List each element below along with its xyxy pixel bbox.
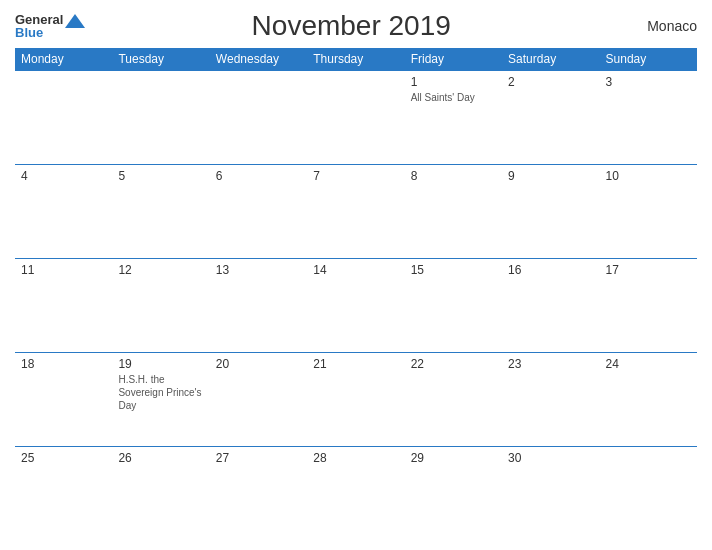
day-number: 5 <box>118 169 203 183</box>
calendar-cell: 7 <box>307 164 404 258</box>
calendar-cell: 1All Saints' Day <box>405 71 502 165</box>
calendar-cell: 5 <box>112 164 209 258</box>
day-number: 2 <box>508 75 593 89</box>
weekday-header: Thursday <box>307 48 404 71</box>
logo-triangle-icon <box>65 14 85 28</box>
day-number: 17 <box>606 263 691 277</box>
day-number: 4 <box>21 169 106 183</box>
weekday-header: Wednesday <box>210 48 307 71</box>
logo: General Blue <box>15 13 85 39</box>
calendar-cell: 9 <box>502 164 599 258</box>
calendar-cell: 12 <box>112 258 209 352</box>
day-number: 18 <box>21 357 106 371</box>
calendar-cell: 10 <box>600 164 697 258</box>
calendar-week-row: 11121314151617 <box>15 258 697 352</box>
weekday-header: Monday <box>15 48 112 71</box>
calendar-cell: 4 <box>15 164 112 258</box>
day-number: 19 <box>118 357 203 371</box>
weekday-header: Tuesday <box>112 48 209 71</box>
day-number: 8 <box>411 169 496 183</box>
calendar-cell: 27 <box>210 446 307 540</box>
day-number: 21 <box>313 357 398 371</box>
day-number: 20 <box>216 357 301 371</box>
day-number: 23 <box>508 357 593 371</box>
calendar-cell: 13 <box>210 258 307 352</box>
day-number: 12 <box>118 263 203 277</box>
holiday-label: H.S.H. the Sovereign Prince's Day <box>118 373 203 412</box>
country-label: Monaco <box>617 18 697 34</box>
calendar-cell: 11 <box>15 258 112 352</box>
calendar-title: November 2019 <box>85 10 617 42</box>
calendar-cell: 26 <box>112 446 209 540</box>
weekday-row: MondayTuesdayWednesdayThursdayFridaySatu… <box>15 48 697 71</box>
calendar-cell <box>210 71 307 165</box>
calendar-header: MondayTuesdayWednesdayThursdayFridaySatu… <box>15 48 697 71</box>
day-number: 27 <box>216 451 301 465</box>
weekday-header: Sunday <box>600 48 697 71</box>
page-header: General Blue November 2019 Monaco <box>15 10 697 42</box>
calendar-cell <box>15 71 112 165</box>
day-number: 30 <box>508 451 593 465</box>
calendar-cell: 22 <box>405 352 502 446</box>
weekday-header: Friday <box>405 48 502 71</box>
day-number: 22 <box>411 357 496 371</box>
calendar-cell <box>600 446 697 540</box>
calendar-cell: 15 <box>405 258 502 352</box>
calendar-week-row: 1All Saints' Day23 <box>15 71 697 165</box>
calendar-cell: 20 <box>210 352 307 446</box>
calendar-table: MondayTuesdayWednesdayThursdayFridaySatu… <box>15 48 697 540</box>
day-number: 1 <box>411 75 496 89</box>
day-number: 16 <box>508 263 593 277</box>
calendar-cell: 2 <box>502 71 599 165</box>
day-number: 11 <box>21 263 106 277</box>
day-number: 13 <box>216 263 301 277</box>
calendar-cell: 21 <box>307 352 404 446</box>
calendar-cell: 18 <box>15 352 112 446</box>
calendar-cell: 23 <box>502 352 599 446</box>
calendar-week-row: 1819H.S.H. the Sovereign Prince's Day202… <box>15 352 697 446</box>
calendar-cell: 30 <box>502 446 599 540</box>
calendar-cell: 19H.S.H. the Sovereign Prince's Day <box>112 352 209 446</box>
day-number: 24 <box>606 357 691 371</box>
calendar-cell: 28 <box>307 446 404 540</box>
day-number: 14 <box>313 263 398 277</box>
day-number: 15 <box>411 263 496 277</box>
day-number: 25 <box>21 451 106 465</box>
calendar-cell: 17 <box>600 258 697 352</box>
calendar-cell <box>307 71 404 165</box>
holiday-label: All Saints' Day <box>411 91 496 104</box>
calendar-cell: 16 <box>502 258 599 352</box>
day-number: 28 <box>313 451 398 465</box>
day-number: 7 <box>313 169 398 183</box>
calendar-cell: 25 <box>15 446 112 540</box>
calendar-cell: 14 <box>307 258 404 352</box>
calendar-body: 1All Saints' Day234567891011121314151617… <box>15 71 697 541</box>
day-number: 29 <box>411 451 496 465</box>
day-number: 26 <box>118 451 203 465</box>
calendar-cell: 24 <box>600 352 697 446</box>
calendar-cell: 6 <box>210 164 307 258</box>
calendar-cell <box>112 71 209 165</box>
day-number: 3 <box>606 75 691 89</box>
day-number: 10 <box>606 169 691 183</box>
weekday-header: Saturday <box>502 48 599 71</box>
calendar-cell: 29 <box>405 446 502 540</box>
day-number: 9 <box>508 169 593 183</box>
logo-blue-text: Blue <box>15 26 43 39</box>
calendar-week-row: 45678910 <box>15 164 697 258</box>
calendar-week-row: 252627282930 <box>15 446 697 540</box>
day-number: 6 <box>216 169 301 183</box>
calendar-cell: 8 <box>405 164 502 258</box>
calendar-cell: 3 <box>600 71 697 165</box>
